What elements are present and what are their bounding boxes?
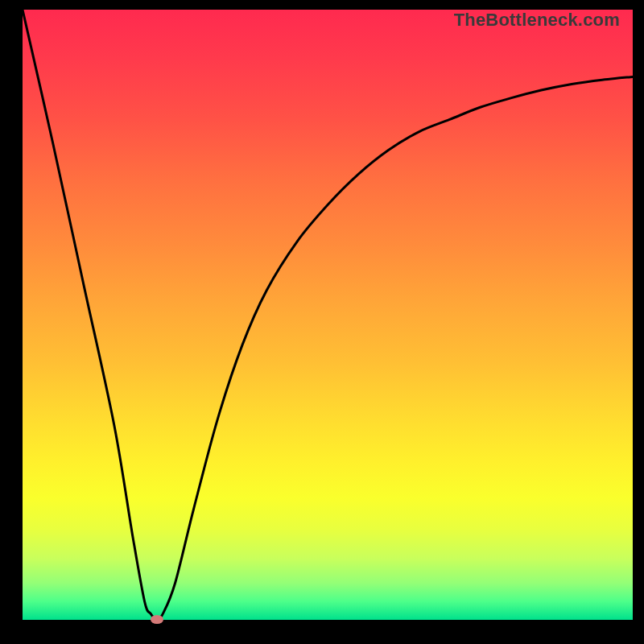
- plot-area: TheBottleneck.com: [23, 10, 633, 620]
- optimal-point-marker: [151, 615, 163, 624]
- chart-frame: TheBottleneck.com: [0, 0, 644, 644]
- bottleneck-curve: [23, 10, 633, 620]
